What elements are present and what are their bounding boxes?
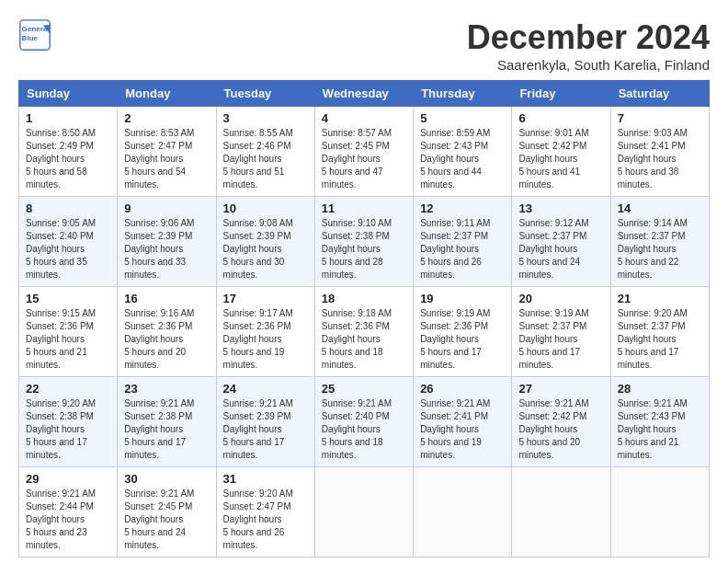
day-detail: Sunrise: 9:18 AMSunset: 2:36 PMDaylight …: [322, 307, 406, 372]
day-cell: [314, 467, 413, 557]
day-detail: Sunrise: 8:53 AMSunset: 2:47 PMDaylight …: [124, 127, 209, 191]
day-number: 31: [223, 472, 308, 486]
day-cell: 2Sunrise: 8:53 AMSunset: 2:47 PMDaylight…: [118, 107, 216, 197]
header-tuesday: Tuesday: [216, 81, 314, 107]
day-detail: Sunrise: 9:15 AMSunset: 2:36 PMDaylight …: [26, 307, 110, 372]
day-cell: 29Sunrise: 9:21 AMSunset: 2:44 PMDayligh…: [19, 467, 118, 557]
page-header: General Blue December 2024 Saarenkyla, S…: [18, 18, 710, 73]
day-number: 30: [124, 472, 209, 486]
day-detail: Sunrise: 9:12 AMSunset: 2:37 PMDaylight …: [518, 217, 603, 282]
week-row-4: 22Sunrise: 9:20 AMSunset: 2:38 PMDayligh…: [19, 377, 710, 467]
day-detail: Sunrise: 9:21 AMSunset: 2:41 PMDaylight …: [420, 397, 505, 462]
day-number: 20: [518, 292, 603, 305]
svg-text:Blue: Blue: [22, 34, 39, 42]
day-number: 6: [518, 111, 603, 125]
day-detail: Sunrise: 9:06 AMSunset: 2:39 PMDaylight …: [124, 217, 209, 282]
header-friday: Friday: [512, 81, 610, 107]
day-number: 2: [124, 111, 209, 125]
day-detail: Sunrise: 8:55 AMSunset: 2:46 PMDaylight …: [223, 127, 308, 191]
day-cell: 18Sunrise: 9:18 AMSunset: 2:36 PMDayligh…: [314, 287, 413, 377]
day-detail: Sunrise: 9:14 AMSunset: 2:37 PMDaylight …: [618, 217, 702, 282]
day-number: 27: [518, 382, 603, 396]
day-detail: Sunrise: 9:20 AMSunset: 2:47 PMDaylight …: [223, 488, 308, 552]
day-number: 15: [26, 292, 110, 305]
month-title: December 2024: [467, 18, 710, 57]
day-cell: 12Sunrise: 9:11 AMSunset: 2:37 PMDayligh…: [414, 197, 512, 287]
day-cell: 19Sunrise: 9:19 AMSunset: 2:36 PMDayligh…: [414, 287, 512, 377]
logo: General Blue: [18, 18, 51, 52]
day-cell: 11Sunrise: 9:10 AMSunset: 2:38 PMDayligh…: [314, 197, 413, 287]
day-detail: Sunrise: 9:05 AMSunset: 2:40 PMDaylight …: [26, 217, 110, 282]
day-cell: 30Sunrise: 9:21 AMSunset: 2:45 PMDayligh…: [118, 467, 216, 557]
day-detail: Sunrise: 9:08 AMSunset: 2:39 PMDaylight …: [223, 217, 308, 282]
day-detail: Sunrise: 9:17 AMSunset: 2:36 PMDaylight …: [223, 307, 308, 372]
day-cell: 26Sunrise: 9:21 AMSunset: 2:41 PMDayligh…: [414, 377, 512, 467]
header-thursday: Thursday: [414, 81, 512, 107]
day-number: 21: [618, 292, 702, 305]
day-number: 24: [223, 382, 308, 396]
day-number: 4: [322, 111, 406, 125]
day-detail: Sunrise: 9:03 AMSunset: 2:41 PMDaylight …: [618, 127, 702, 191]
day-detail: Sunrise: 8:57 AMSunset: 2:45 PMDaylight …: [322, 127, 406, 191]
day-cell: 10Sunrise: 9:08 AMSunset: 2:39 PMDayligh…: [216, 197, 314, 287]
day-number: 5: [420, 111, 505, 125]
day-number: 12: [420, 201, 505, 215]
week-row-3: 15Sunrise: 9:15 AMSunset: 2:36 PMDayligh…: [19, 287, 710, 377]
day-cell: 17Sunrise: 9:17 AMSunset: 2:36 PMDayligh…: [216, 287, 314, 377]
day-cell: 14Sunrise: 9:14 AMSunset: 2:37 PMDayligh…: [610, 197, 709, 287]
day-number: 28: [618, 382, 702, 396]
day-detail: Sunrise: 9:21 AMSunset: 2:40 PMDaylight …: [322, 397, 406, 462]
day-cell: 7Sunrise: 9:03 AMSunset: 2:41 PMDaylight…: [610, 107, 709, 197]
day-cell: 1Sunrise: 8:50 AMSunset: 2:49 PMDaylight…: [19, 107, 118, 197]
day-detail: Sunrise: 9:21 AMSunset: 2:38 PMDaylight …: [124, 397, 209, 462]
day-cell: 6Sunrise: 9:01 AMSunset: 2:42 PMDaylight…: [512, 107, 610, 197]
day-cell: 27Sunrise: 9:21 AMSunset: 2:42 PMDayligh…: [512, 377, 610, 467]
day-number: 16: [124, 292, 209, 305]
day-cell: 22Sunrise: 9:20 AMSunset: 2:38 PMDayligh…: [19, 377, 118, 467]
day-cell: 15Sunrise: 9:15 AMSunset: 2:36 PMDayligh…: [19, 287, 118, 377]
logo-icon: General Blue: [18, 18, 51, 52]
day-detail: Sunrise: 9:21 AMSunset: 2:42 PMDaylight …: [518, 397, 603, 462]
day-detail: Sunrise: 9:20 AMSunset: 2:38 PMDaylight …: [26, 397, 110, 462]
day-number: 23: [124, 382, 209, 396]
day-detail: Sunrise: 9:01 AMSunset: 2:42 PMDaylight …: [518, 127, 603, 191]
header-sunday: Sunday: [19, 81, 118, 107]
day-cell: 9Sunrise: 9:06 AMSunset: 2:39 PMDaylight…: [118, 197, 216, 287]
day-cell: 21Sunrise: 9:20 AMSunset: 2:37 PMDayligh…: [610, 287, 709, 377]
calendar-table: SundayMondayTuesdayWednesdayThursdayFrid…: [18, 80, 710, 557]
day-cell: 24Sunrise: 9:21 AMSunset: 2:39 PMDayligh…: [216, 377, 314, 467]
day-detail: Sunrise: 8:59 AMSunset: 2:43 PMDaylight …: [420, 127, 505, 191]
day-number: 9: [124, 201, 209, 215]
week-row-2: 8Sunrise: 9:05 AMSunset: 2:40 PMDaylight…: [19, 197, 710, 287]
day-number: 19: [420, 292, 505, 305]
day-number: 3: [223, 111, 308, 125]
day-cell: 25Sunrise: 9:21 AMSunset: 2:40 PMDayligh…: [314, 377, 413, 467]
day-cell: [512, 467, 610, 557]
day-detail: Sunrise: 9:20 AMSunset: 2:37 PMDaylight …: [618, 307, 702, 372]
day-number: 29: [26, 472, 110, 486]
day-number: 17: [223, 292, 308, 305]
day-number: 8: [26, 201, 110, 215]
day-number: 11: [322, 201, 406, 215]
day-cell: 16Sunrise: 9:16 AMSunset: 2:36 PMDayligh…: [118, 287, 216, 377]
day-cell: 3Sunrise: 8:55 AMSunset: 2:46 PMDaylight…: [216, 107, 314, 197]
title-block: December 2024 Saarenkyla, South Karelia,…: [467, 18, 710, 73]
day-number: 13: [518, 201, 603, 215]
day-detail: Sunrise: 9:21 AMSunset: 2:45 PMDaylight …: [124, 488, 209, 552]
day-number: 18: [322, 292, 406, 305]
day-number: 22: [26, 382, 110, 396]
day-detail: Sunrise: 9:16 AMSunset: 2:36 PMDaylight …: [124, 307, 209, 372]
day-detail: Sunrise: 9:19 AMSunset: 2:36 PMDaylight …: [420, 307, 505, 372]
day-detail: Sunrise: 9:19 AMSunset: 2:37 PMDaylight …: [518, 307, 603, 372]
day-cell: 5Sunrise: 8:59 AMSunset: 2:43 PMDaylight…: [414, 107, 512, 197]
day-detail: Sunrise: 9:21 AMSunset: 2:39 PMDaylight …: [223, 397, 308, 462]
day-detail: Sunrise: 8:50 AMSunset: 2:49 PMDaylight …: [26, 127, 110, 191]
day-number: 26: [420, 382, 505, 396]
day-number: 1: [26, 111, 110, 125]
day-detail: Sunrise: 9:11 AMSunset: 2:37 PMDaylight …: [420, 217, 505, 282]
header-saturday: Saturday: [610, 81, 709, 107]
day-cell: [414, 467, 512, 557]
week-row-1: 1Sunrise: 8:50 AMSunset: 2:49 PMDaylight…: [19, 107, 710, 197]
day-cell: 28Sunrise: 9:21 AMSunset: 2:43 PMDayligh…: [610, 377, 709, 467]
day-cell: 13Sunrise: 9:12 AMSunset: 2:37 PMDayligh…: [512, 197, 610, 287]
